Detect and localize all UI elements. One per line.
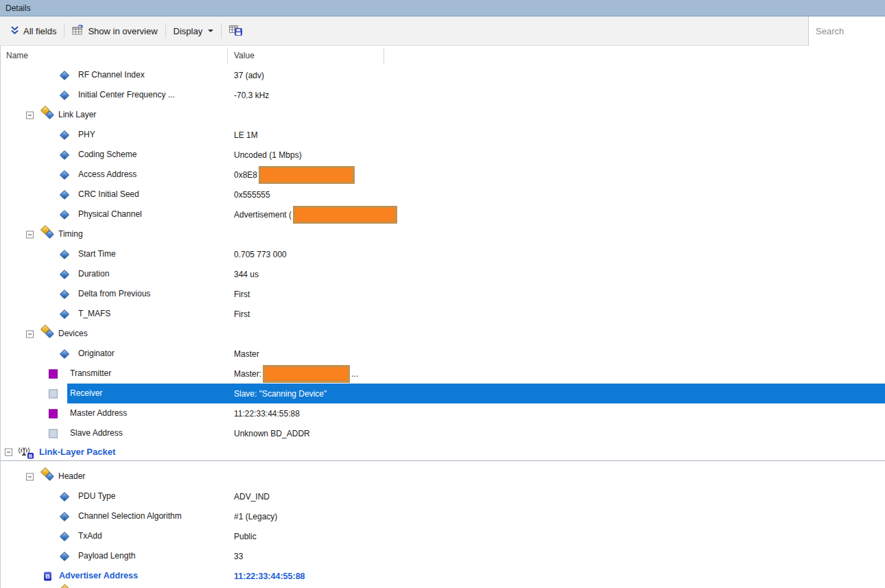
field-value-text: -70.3 kHz bbox=[234, 91, 269, 100]
field-value-text: 11:22:33:44:55:88 bbox=[234, 572, 305, 581]
column-divider[interactable] bbox=[227, 47, 228, 64]
tree-row-phy[interactable]: PHYLE 1M bbox=[1, 125, 885, 145]
field-value: #1 (Legacy) bbox=[234, 506, 277, 526]
field-value-text: Unknown BD_ADDR bbox=[234, 429, 310, 438]
tree-row-crc-initial-seed[interactable]: CRC Initial Seed0x555555 bbox=[1, 185, 885, 204]
field-value-text: First bbox=[234, 309, 250, 319]
diamond-icon bbox=[60, 551, 69, 561]
field-value: 344 us bbox=[234, 264, 259, 284]
tree-row-advertiser-address[interactable]: BAdvertiser Address11:22:33:44:55:88 bbox=[1, 566, 885, 586]
field-name: Slave Address bbox=[70, 423, 123, 443]
field-value: Advertisement ( bbox=[234, 204, 397, 224]
collapse-expander-icon[interactable] bbox=[26, 111, 34, 119]
redaction-box bbox=[263, 365, 350, 383]
group-icon bbox=[40, 467, 54, 480]
svg-text:B: B bbox=[29, 453, 33, 459]
field-name: Originator bbox=[78, 344, 115, 364]
diamond-icon bbox=[60, 309, 69, 318]
export-button[interactable] bbox=[224, 21, 247, 40]
field-value-text: Uncoded (1 Mbps) bbox=[234, 150, 302, 160]
tree-row-header[interactable]: Header bbox=[1, 467, 885, 486]
group-icon bbox=[40, 225, 54, 237]
details-tree-panel: Name Value RF Channel Index37 (adv)Initi… bbox=[0, 46, 885, 588]
all-fields-label: All fields bbox=[23, 26, 56, 36]
tree-row-delta-from-previous[interactable]: Delta from PreviousFirst bbox=[1, 284, 885, 304]
tree-row-physical-channel[interactable]: Physical ChannelAdvertisement ( bbox=[1, 204, 885, 224]
field-name: Access Address bbox=[78, 165, 137, 185]
field-name: TxAdd bbox=[78, 526, 102, 546]
tree-row-rf-channel-index[interactable]: RF Channel Index37 (adv) bbox=[1, 65, 885, 85]
field-value: ADV_IND bbox=[234, 486, 270, 506]
field-value-text: 11:22:33:44:55:88 bbox=[234, 409, 300, 419]
group-icon bbox=[40, 325, 54, 337]
column-header-value[interactable]: Value bbox=[234, 51, 255, 60]
field-value-text: 0x555555 bbox=[234, 190, 270, 200]
field-value-text: First bbox=[234, 290, 250, 299]
tree-row-originator[interactable]: OriginatorMaster bbox=[1, 344, 885, 364]
display-dropdown[interactable]: Display bbox=[169, 23, 219, 39]
tree-row-master-address[interactable]: Master Address11:22:33:44:55:88 bbox=[1, 403, 885, 423]
tree-row-t-mafs[interactable]: T_MAFSFirst bbox=[1, 304, 885, 324]
field-value: 11:22:33:44:55:88 bbox=[234, 403, 300, 423]
redaction-box bbox=[259, 166, 355, 184]
selection-highlight bbox=[67, 384, 885, 403]
tree-row-timing[interactable]: Timing bbox=[1, 224, 885, 244]
toolbar: All fields Show in overview Display bbox=[0, 16, 885, 46]
field-name: Header bbox=[58, 467, 85, 486]
tree-row-channel-selection-algorithm[interactable]: Channel Selection Algorithm#1 (Legacy) bbox=[1, 506, 885, 526]
tree-row-access-address[interactable]: Access Address0x8E8 bbox=[1, 165, 885, 185]
field-value-text: ADV_IND bbox=[234, 492, 270, 502]
tree-row-pdu-type[interactable]: PDU TypeADV_IND bbox=[1, 486, 885, 506]
collapse-expander-icon[interactable] bbox=[26, 231, 34, 238]
field-name: Timing bbox=[58, 224, 83, 244]
tree-row-coding-scheme[interactable]: Coding SchemeUncoded (1 Mbps) bbox=[1, 145, 885, 165]
field-value: Uncoded (1 Mbps) bbox=[234, 145, 302, 165]
field-value: 37 (adv) bbox=[234, 65, 264, 85]
search-input[interactable]: Search bbox=[808, 16, 885, 46]
field-name: Master Address bbox=[70, 403, 127, 423]
show-in-overview-button[interactable]: Show in overview bbox=[67, 22, 162, 40]
tree-row-initial-center-frequency[interactable]: Initial Center Frequency ...-70.3 kHz bbox=[1, 85, 885, 105]
field-value-text: LE 1M bbox=[234, 130, 258, 140]
tree-row-start-time[interactable]: Start Time0.705 773 000 bbox=[1, 244, 885, 264]
group-icon bbox=[40, 106, 54, 118]
column-divider[interactable] bbox=[384, 47, 384, 64]
tree-row-payload-length[interactable]: Payload Length33 bbox=[1, 546, 885, 566]
field-value-text: 344 us bbox=[234, 270, 259, 279]
export-table-icon bbox=[229, 24, 242, 38]
search-placeholder: Search bbox=[816, 26, 844, 36]
field-value-text: 0x8E8 bbox=[234, 170, 257, 180]
field-value-text: 0.705 773 000 bbox=[234, 250, 287, 259]
tree-row-link-layer-packet[interactable]: BLink-Layer Packet bbox=[1, 443, 885, 461]
tree-row-duration[interactable]: Duration344 us bbox=[1, 264, 885, 284]
gray-square-icon bbox=[49, 429, 58, 438]
diamond-icon bbox=[60, 130, 69, 139]
column-header-name[interactable]: Name bbox=[6, 51, 28, 60]
tree-row-receiver[interactable]: ReceiverSlave: "Scanning Device" bbox=[1, 384, 885, 403]
toolbar-separator bbox=[165, 23, 166, 38]
field-value: Master:... bbox=[234, 364, 358, 384]
tree-row-link-layer[interactable]: Link Layer bbox=[1, 105, 885, 125]
tree-row-devices[interactable]: Devices bbox=[1, 324, 885, 344]
tree-row-txadd[interactable]: TxAddPublic bbox=[1, 526, 885, 546]
diamond-icon bbox=[60, 189, 69, 199]
collapse-expander-icon[interactable] bbox=[26, 330, 34, 338]
field-name: Payload Length bbox=[78, 546, 135, 566]
collapse-expander-icon[interactable] bbox=[26, 473, 34, 480]
tree-row-slave-address[interactable]: Slave AddressUnknown BD_ADDR bbox=[1, 423, 885, 443]
field-value: 0.705 773 000 bbox=[234, 244, 287, 264]
field-value: -70.3 kHz bbox=[234, 85, 269, 105]
field-name: Duration bbox=[78, 264, 109, 284]
field-name: Link Layer bbox=[58, 105, 96, 125]
field-value: Slave: "Scanning Device" bbox=[234, 384, 327, 403]
toolbar-separator bbox=[64, 23, 64, 38]
column-headers: Name Value bbox=[1, 46, 885, 65]
tree-row-transmitter[interactable]: TransmitterMaster:... bbox=[1, 364, 885, 384]
collapse-expander-icon[interactable] bbox=[5, 448, 12, 456]
field-name: Coding Scheme bbox=[78, 145, 137, 165]
field-value: 11:22:33:44:55:88 bbox=[234, 566, 305, 586]
field-value: First bbox=[234, 304, 250, 324]
all-fields-button[interactable]: All fields bbox=[5, 23, 61, 40]
field-name: Physical Channel bbox=[78, 204, 142, 224]
purple-square-icon bbox=[49, 409, 58, 418]
